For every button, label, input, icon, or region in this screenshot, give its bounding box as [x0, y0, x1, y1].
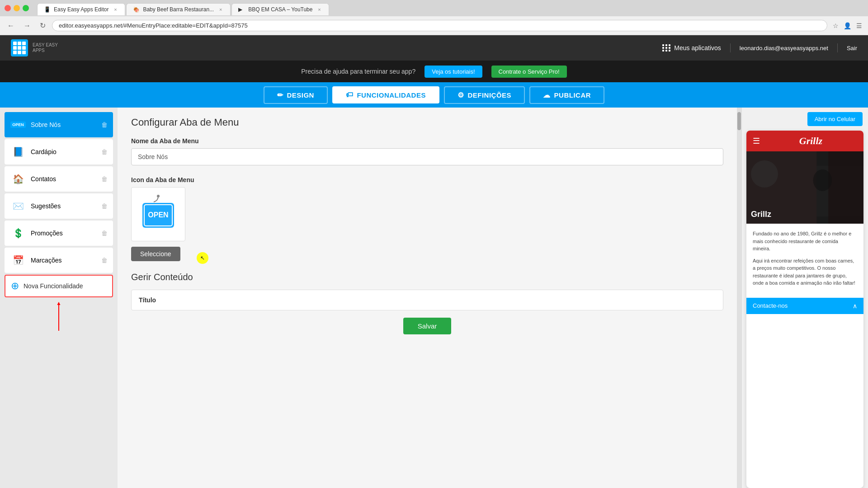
logo-icon [11, 39, 28, 56]
funcionalidades-icon: 🏷 [346, 91, 354, 99]
save-bar: Salvar [131, 310, 723, 342]
preview-panel: Abrir no Celular ☰ Grillz Grillz [741, 108, 868, 488]
sidebar-item-contatos[interactable]: 🏠 Contatos 🗑 [5, 166, 113, 192]
sidebar-item-promocoes[interactable]: 💲 Promoções 🗑 [5, 221, 113, 246]
plus-circle-icon: ⊕ [11, 280, 19, 292]
cardapio-icon: 📘 [10, 144, 26, 160]
titulo-label: Título [139, 296, 156, 304]
tab-label-easyeasy: Easy Easy Apps Editor [54, 6, 108, 13]
header-divider [730, 43, 731, 52]
delete-sugestoes-icon[interactable]: 🗑 [101, 202, 108, 210]
back-button[interactable]: ← [5, 20, 17, 32]
svg-rect-8 [828, 151, 863, 224]
svg-text:OPEN: OPEN [148, 211, 168, 219]
tutorials-button[interactable]: Veja os tutoriais! [425, 66, 482, 78]
gerir-section: Gerir Conteúdo Título [131, 272, 723, 310]
save-button[interactable]: Salvar [403, 318, 452, 334]
tab-easyeasy[interactable]: 📱 Easy Easy Apps Editor × [37, 3, 125, 15]
delete-cardapio-icon[interactable]: 🗑 [101, 148, 108, 155]
tab-publicar[interactable]: ☁ PUBLICAR [529, 86, 604, 104]
browser-nav-bar: ← → ↻ editor.easyeasyapps.net/#MenuEntry… [0, 16, 868, 35]
tab-close-bbq[interactable]: × [316, 6, 322, 13]
sidebar-label-marcacoes: Marcações [31, 257, 97, 264]
nome-label: Nome da Aba de Menu [131, 137, 723, 145]
sugestoes-icon: ✉️ [10, 198, 26, 214]
reload-button[interactable]: ↻ [37, 19, 48, 32]
tab-label-babybeef: Baby Beef Barra Restauran... [143, 6, 214, 13]
apps-label: Meus aplicativos [674, 44, 721, 52]
sidebar-label-sobrenos: Sobre Nós [31, 121, 97, 128]
open-mobile-btn[interactable]: Abrir no Celular [807, 112, 863, 126]
tab-favicon-bbq: ▶ [238, 6, 245, 13]
tab-close-babybeef[interactable]: × [217, 6, 224, 13]
sidebar-item-cardapio[interactable]: 📘 Cardápio 🗑 [5, 139, 113, 164]
sidebar-item-marcacoes[interactable]: 📅 Marcações 🗑 [5, 248, 113, 273]
tab-label-bbq: BBQ EM CASA – YouTube [248, 6, 312, 13]
traffic-lights [5, 5, 29, 11]
browser-titlebar: 📱 Easy Easy Apps Editor × 🍖 Baby Beef Ba… [0, 0, 868, 16]
chevron-up-icon: ∧ [853, 302, 857, 310]
tab-funcionalidades[interactable]: 🏷 FUNCIONALIDADES [332, 86, 439, 103]
main-area: OPEN Sobre Nós 🗑 📘 Cardápio 🗑 🏠 Contatos… [0, 108, 868, 488]
scroll-thumb[interactable] [737, 112, 741, 130]
browser-chrome: 📱 Easy Easy Apps Editor × 🍖 Baby Beef Ba… [0, 0, 868, 35]
open-sign-icon: OPEN [10, 117, 26, 133]
section-title: Configurar Aba de Menu [131, 117, 723, 128]
delete-contatos-icon[interactable]: 🗑 [101, 175, 108, 183]
phone-frame: ☰ Grillz Grillz Fundado no ano de 1980, … [746, 131, 863, 488]
tab-close-easyeasy[interactable]: × [112, 6, 118, 13]
icon-preview: OPEN [131, 187, 185, 241]
definicoes-icon: ⚙ [458, 91, 464, 99]
sair-button[interactable]: Sair [847, 45, 857, 52]
icon-label: Icon da Aba de Menu [131, 176, 723, 183]
person-icon[interactable]: 👤 [843, 21, 852, 30]
app-logo: EASY EASY APPS [11, 39, 58, 56]
tab-bar: 📱 Easy Easy Apps Editor × 🍖 Baby Beef Ba… [33, 1, 334, 15]
delete-marcacoes-icon[interactable]: 🗑 [101, 257, 108, 264]
editor-scroll-container: Configurar Aba de Menu Nome da Aba de Me… [118, 108, 741, 488]
seleccione-button[interactable]: Seleccione [131, 247, 180, 261]
forward-button[interactable]: → [21, 20, 33, 32]
titulo-box[interactable]: Título [131, 290, 723, 310]
sidebar-label-contatos: Contatos [31, 175, 97, 183]
tab-design[interactable]: ✏ DESIGN [264, 86, 328, 104]
minimize-window-btn[interactable] [14, 5, 20, 11]
nome-field-group: Nome da Aba de Menu [131, 137, 723, 165]
sidebar-label-promocoes: Promoções [31, 230, 97, 237]
svg-point-6 [751, 160, 778, 188]
design-icon: ✏ [277, 91, 283, 99]
marcacoes-icon: 📅 [10, 252, 26, 268]
bookmark-icon[interactable]: ☆ [831, 21, 840, 30]
address-bar[interactable]: editor.easyeasyapps.net/#MenuEntryPlace:… [52, 20, 827, 31]
nome-input[interactable] [131, 148, 723, 165]
phone-body-text1: Fundado no ano de 1980, Grillz é o melho… [753, 230, 857, 253]
close-window-btn[interactable] [5, 5, 11, 11]
gerir-title: Gerir Conteúdo [131, 272, 723, 282]
delete-sobrenos-icon[interactable]: 🗑 [101, 121, 108, 128]
maximize-window-btn[interactable] [23, 5, 29, 11]
sidebar-item-sobrenos[interactable]: OPEN Sobre Nós 🗑 [5, 112, 113, 137]
editor-content: Configurar Aba de Menu Nome da Aba de Me… [118, 108, 737, 488]
tab-babybeef[interactable]: 🍖 Baby Beef Barra Restauran... × [126, 3, 231, 15]
menu-icon[interactable]: ☰ [854, 21, 863, 30]
contatos-icon: 🏠 [10, 171, 26, 187]
nova-funcionalidade-btn[interactable]: ⊕ Nova Funcionalidade [5, 275, 113, 297]
phone-header: ☰ Grillz [746, 131, 863, 151]
icon-field-group: Icon da Aba de Menu OPEN [131, 176, 723, 261]
sidebar: OPEN Sobre Nós 🗑 📘 Cardápio 🗑 🏠 Contatos… [0, 108, 118, 488]
phone-body-text2: Aqui irá encontrar refeições com boas ca… [753, 257, 857, 287]
grid-icon [662, 44, 670, 52]
meus-aplicativos-btn[interactable]: Meus aplicativos [662, 44, 721, 52]
sidebar-item-sugestoes[interactable]: ✉️ Sugestões 🗑 [5, 193, 113, 219]
tab-definicoes[interactable]: ⚙ DEFINIÇÕES [444, 86, 525, 104]
nav-tabs: ✏ DESIGN 🏷 FUNCIONALIDADES ⚙ DEFINIÇÕES … [0, 82, 868, 108]
delete-promocoes-icon[interactable]: 🗑 [101, 230, 108, 237]
scroll-track[interactable] [737, 108, 741, 488]
logo-text: EASY EASY APPS [33, 42, 58, 53]
tab-bbq[interactable]: ▶ BBQ EM CASA – YouTube × [231, 3, 329, 15]
pro-button[interactable]: Contrate o Serviço Pro! [491, 66, 567, 78]
hamburger-icon[interactable]: ☰ [753, 136, 760, 146]
svg-point-9 [813, 169, 832, 191]
contacte-bar[interactable]: Contacte-nos ∧ [746, 298, 863, 314]
svg-point-0 [157, 195, 160, 197]
